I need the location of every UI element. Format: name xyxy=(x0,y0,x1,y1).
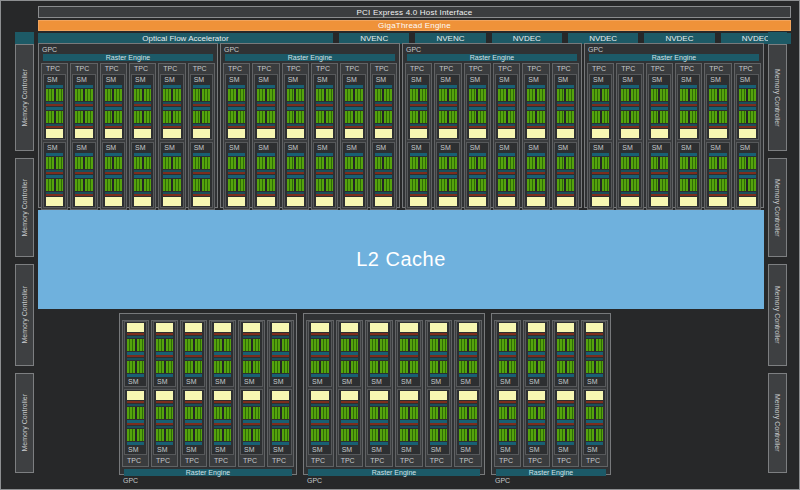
sm-label: SM xyxy=(191,75,212,84)
sm-scheduler-bar xyxy=(134,107,151,110)
sm-cache-line xyxy=(557,358,574,360)
sm-register-line xyxy=(528,423,545,425)
sm-scheduler-bar xyxy=(498,107,515,110)
sm-register-line xyxy=(75,126,92,128)
tpc-label: TPC xyxy=(182,456,205,466)
sm-l1-shared-memory-block xyxy=(316,197,333,206)
sm-block: SM xyxy=(495,142,518,208)
sm-stack: SMSM xyxy=(43,74,66,209)
sm-core-grid xyxy=(621,111,638,123)
sm-label: SM xyxy=(73,143,94,152)
sm-l1-shared-memory-block xyxy=(621,129,638,138)
sm-core-grid xyxy=(557,339,574,351)
sm-stack: SMSM xyxy=(618,74,641,209)
tpc-label: TPC xyxy=(456,456,480,466)
sm-scheduler-bar xyxy=(469,175,486,178)
sm-scheduler-bar xyxy=(557,175,574,178)
sm-core-grid xyxy=(592,89,609,101)
sm-core-grid xyxy=(214,339,231,351)
sm-scheduler-bar xyxy=(709,153,726,156)
sm-core-grid xyxy=(370,361,388,373)
tpc: TPCSMSM xyxy=(188,63,215,210)
sm-register-line xyxy=(193,172,210,174)
optical-flow-accelerator-label: Optical Flow Accelerator xyxy=(142,34,228,43)
sm-label: SM xyxy=(125,445,146,454)
sm-cache-line xyxy=(311,426,329,428)
sm-label: SM xyxy=(270,377,291,386)
memory-controller-label: Memory Controller xyxy=(774,394,781,452)
sm-scheduler-bar xyxy=(193,175,210,178)
sm-l1-shared-memory-block xyxy=(375,197,392,206)
sm-register-line xyxy=(345,104,362,106)
sm-register-line xyxy=(127,423,144,425)
sm-scheduler-bar xyxy=(375,107,392,110)
tpc-label: TPC xyxy=(102,64,125,74)
sm-scheduler-bar xyxy=(527,175,544,178)
sm-label: SM xyxy=(314,143,335,152)
sm-register-line xyxy=(557,126,574,128)
sm-register-line xyxy=(228,194,245,196)
sm-core-grid xyxy=(75,89,92,101)
sm-l1-shared-memory-block xyxy=(498,197,515,206)
pci-host-interface-label: PCI Express 4.0 Host Interface xyxy=(357,8,473,17)
sm-l1-shared-memory-block xyxy=(134,129,151,138)
sm-core-grid xyxy=(375,89,392,101)
sm-l1-shared-memory-block xyxy=(257,129,274,138)
sm-stack: SMSM xyxy=(338,321,362,456)
sm-block: SM xyxy=(124,389,147,455)
sm-scheduler-bar xyxy=(287,107,304,110)
sm-block: SM xyxy=(677,74,700,140)
sm-block: SM xyxy=(72,74,95,140)
sm-scheduler-bar xyxy=(257,85,274,88)
sm-core-grid xyxy=(228,179,245,191)
sm-core-grid xyxy=(163,111,180,123)
sm-l1-shared-memory-block xyxy=(272,323,289,332)
sm-scheduler-bar xyxy=(621,107,638,110)
sm-scheduler-bar xyxy=(527,153,544,156)
pci-host-interface-bar: PCI Express 4.0 Host Interface xyxy=(38,6,791,18)
sm-register-line xyxy=(527,126,544,128)
sm-l1-shared-memory-block xyxy=(341,323,359,332)
sm-core-grid xyxy=(185,407,202,419)
sm-core-grid xyxy=(592,111,609,123)
sm-label: SM xyxy=(241,377,262,386)
sm-cache-line xyxy=(586,336,603,338)
sm-label: SM xyxy=(497,445,518,454)
sm-register-line xyxy=(651,126,668,128)
sm-register-line xyxy=(430,333,448,335)
sm-l1-shared-memory-block xyxy=(75,197,92,206)
sm-scheduler-bar xyxy=(498,85,515,88)
sm-core-grid xyxy=(469,111,486,123)
sm-scheduler-bar xyxy=(621,153,638,156)
sm-register-line xyxy=(410,126,427,128)
sm-register-line xyxy=(46,194,63,196)
sm-register-line xyxy=(592,194,609,196)
gpc-label: GPC xyxy=(405,45,579,54)
sm-l1-shared-memory-block xyxy=(557,391,574,400)
sm-core-grid xyxy=(214,429,231,441)
memory-controller-label: Memory Controller xyxy=(21,394,28,452)
sm-register-line xyxy=(156,423,173,425)
sm-core-grid xyxy=(46,157,63,169)
memory-controller-label: Memory Controller xyxy=(774,179,781,237)
sm-core-grid xyxy=(287,111,304,123)
sm-label: SM xyxy=(73,75,94,84)
sm-register-line xyxy=(272,333,289,335)
tpc-label: TPC xyxy=(240,456,263,466)
sm-register-line xyxy=(243,423,260,425)
sm-core-grid xyxy=(316,111,333,123)
sm-core-grid xyxy=(469,89,486,101)
sm-block: SM xyxy=(131,142,154,208)
sm-cache-line xyxy=(499,426,516,428)
sm-cache-line xyxy=(156,404,173,406)
sm-scheduler-bar xyxy=(410,85,427,88)
sm-register-line xyxy=(709,104,726,106)
sm-cache-line xyxy=(311,404,329,406)
tpc: TPCSMSM xyxy=(223,63,250,210)
sm-label: SM xyxy=(437,143,458,152)
sm-core-grid xyxy=(214,361,231,373)
sm-l1-shared-memory-block xyxy=(430,391,448,400)
sm-cache-line xyxy=(370,358,388,360)
sm-scheduler-bar xyxy=(105,153,122,156)
tpc: SMSMTPC xyxy=(523,320,550,467)
